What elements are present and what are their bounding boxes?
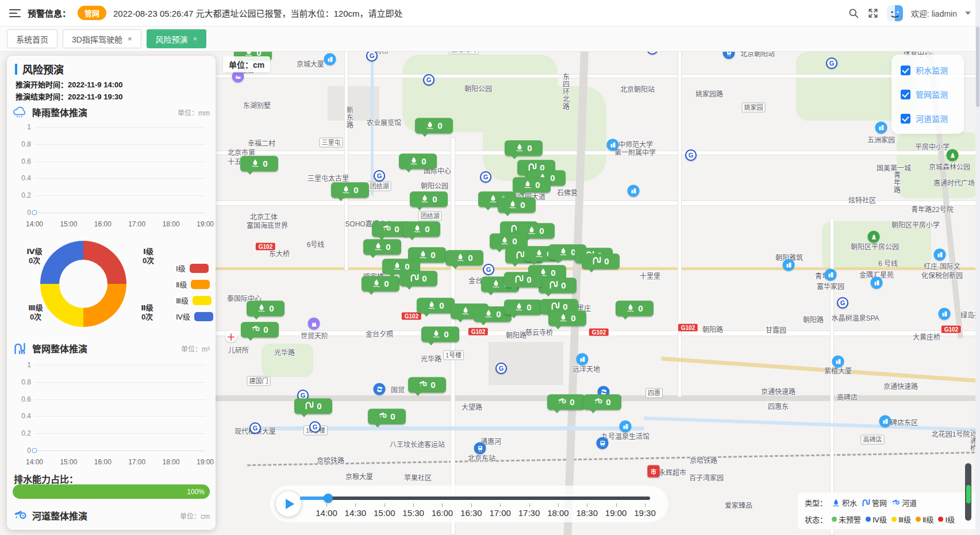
marker-river[interactable]: 0 <box>547 394 585 410</box>
rain-unit: 单位：mm <box>178 107 210 117</box>
tab-系统首页[interactable]: 系统首页 <box>7 29 57 48</box>
legend-status-Ⅰ级: Ⅰ级 <box>938 514 955 525</box>
road-badge: G102 <box>468 328 488 336</box>
checkbox-checked-icon[interactable] <box>901 90 910 99</box>
checkbox-checked-icon[interactable] <box>901 114 910 124</box>
metro-poi-icon: G <box>685 149 697 161</box>
marker-value: 0 <box>527 143 532 153</box>
marker-water[interactable]: 0 <box>331 182 369 198</box>
marker-water[interactable]: 0 <box>498 197 536 213</box>
map-label: 第一附属中学 <box>614 147 656 157</box>
avatar[interactable] <box>887 5 903 21</box>
marker-water[interactable]: 0 <box>513 177 551 193</box>
page-scrollbar[interactable] <box>975 0 980 535</box>
marker-water[interactable]: 0 <box>363 239 401 255</box>
layer-toggle-积水监测[interactable]: 积水监测 <box>891 64 964 76</box>
marker-water[interactable]: 0 <box>504 299 542 315</box>
timeline-tick <box>385 503 385 507</box>
marker-water[interactable]: 0 <box>240 156 278 171</box>
marker-water[interactable]: 0 <box>445 250 483 265</box>
page-scrollbar-thumb[interactable] <box>976 26 979 107</box>
map-label: 姚家园 <box>742 103 766 113</box>
marker-water[interactable]: 0 <box>399 153 437 169</box>
legend-swatch <box>193 296 212 305</box>
marker-water[interactable]: 0 <box>362 276 399 291</box>
water-icon <box>515 143 524 154</box>
marker-pipe[interactable]: 0 <box>582 253 620 269</box>
road-badge: G102 <box>678 324 698 332</box>
map-label: 苹果社区 <box>404 472 432 482</box>
marker-value: 0 <box>405 261 409 271</box>
water-icon <box>832 498 840 507</box>
timeline-slider[interactable] <box>300 496 650 500</box>
layer-toggle-河道监测[interactable]: 河道监测 <box>891 113 964 124</box>
map-label: 水晶树温泉SPA <box>831 313 879 322</box>
building-poi-icon <box>607 139 619 151</box>
map-label: 朝阳公园 <box>464 83 492 93</box>
marker-water[interactable]: 0 <box>415 118 453 133</box>
fullscreen-icon[interactable] <box>867 7 879 19</box>
tab-3D指挥驾驶舱[interactable]: 3D指挥驾驶舱× <box>63 29 141 48</box>
donut-legend: Ⅰ级Ⅱ级Ⅲ级Ⅳ级 <box>176 263 213 322</box>
building-poi-icon <box>324 53 336 66</box>
marker-water[interactable]: 0 <box>421 326 459 342</box>
checkbox-checked-icon[interactable] <box>901 66 910 75</box>
water-icon <box>418 249 428 261</box>
layer-toggle-管网监测[interactable]: 管网监测 <box>891 88 964 100</box>
donut-legend-Ⅲ级: Ⅲ级 <box>176 295 213 306</box>
tab-close-icon[interactable]: × <box>193 34 198 43</box>
bus-poi-icon <box>597 437 609 449</box>
marker-pipe[interactable]: 0 <box>294 398 332 414</box>
marker-water[interactable]: 0 <box>548 310 586 326</box>
marker-river[interactable]: 0 <box>241 322 279 337</box>
search-icon[interactable] <box>848 7 859 19</box>
marker-value: 0 <box>394 224 399 234</box>
tab-close-icon[interactable]: × <box>128 34 132 43</box>
marker-water[interactable]: 0 <box>616 301 654 316</box>
alert-message: 2022-08-23 05:26:47 元大都遗址公园已报警，当前水位：120c… <box>113 7 402 19</box>
donut-callout-Ⅲ级: Ⅲ级0次 <box>28 303 43 322</box>
map-label: 新东路 <box>345 107 355 129</box>
legend-status-Ⅳ级: Ⅳ级 <box>866 514 887 525</box>
marker-value: 0 <box>386 242 390 252</box>
marker-river[interactable]: 0 <box>583 394 621 410</box>
marker-water[interactable]: 0 <box>402 221 440 237</box>
map-label: 朝阳区平房小学 <box>891 220 940 229</box>
marker-pipe[interactable]: 0 <box>539 278 577 293</box>
map-mini-scrollbar[interactable] <box>965 463 971 521</box>
timeline-thumb[interactable] <box>324 494 333 503</box>
map-label: 大望路 <box>462 402 482 411</box>
marker-water[interactable]: 0 <box>410 191 448 207</box>
chevron-down-icon[interactable] <box>965 11 971 15</box>
menu-toggle-icon[interactable] <box>9 9 21 17</box>
water-icon <box>427 300 436 311</box>
map-label: 京城大厦 <box>297 59 324 68</box>
chart-data-point <box>32 448 37 453</box>
map-label: 富华家园 <box>817 281 844 291</box>
rain-cloud-icon <box>13 105 28 119</box>
marker-water[interactable]: 0 <box>505 140 543 156</box>
marker-water[interactable]: 0 <box>490 233 528 249</box>
marker-value: 0 <box>551 268 555 278</box>
timeline-time-label: 19:00 <box>605 508 627 518</box>
marker-river[interactable]: 0 <box>368 409 406 424</box>
map-label: 青年路 <box>892 172 902 194</box>
marker-water[interactable]: 0 <box>247 301 285 316</box>
marker-river[interactable]: 0 <box>408 377 446 392</box>
marker-water[interactable]: 0 <box>417 298 455 313</box>
timeline-tick <box>500 503 501 507</box>
timeline-time-label: 17:30 <box>518 508 540 518</box>
map-mini-scrollbar-thumb[interactable] <box>966 485 971 503</box>
timeline-tick <box>413 503 414 507</box>
shop-poi-icon <box>308 318 320 330</box>
marker-pipe[interactable]: 0 <box>504 272 542 287</box>
play-button[interactable] <box>276 491 301 517</box>
tab-风险预演[interactable]: 风险预演× <box>147 29 207 48</box>
marker-value: 0 <box>526 275 531 284</box>
alert-title: 预警信息： <box>28 7 71 19</box>
panel-title-row: 风险预演 <box>15 61 64 76</box>
marker-value: 0 <box>512 236 517 246</box>
marker-value: 0 <box>570 397 574 407</box>
water-icon <box>341 184 351 196</box>
marker-pipe[interactable]: 0 <box>399 271 437 286</box>
